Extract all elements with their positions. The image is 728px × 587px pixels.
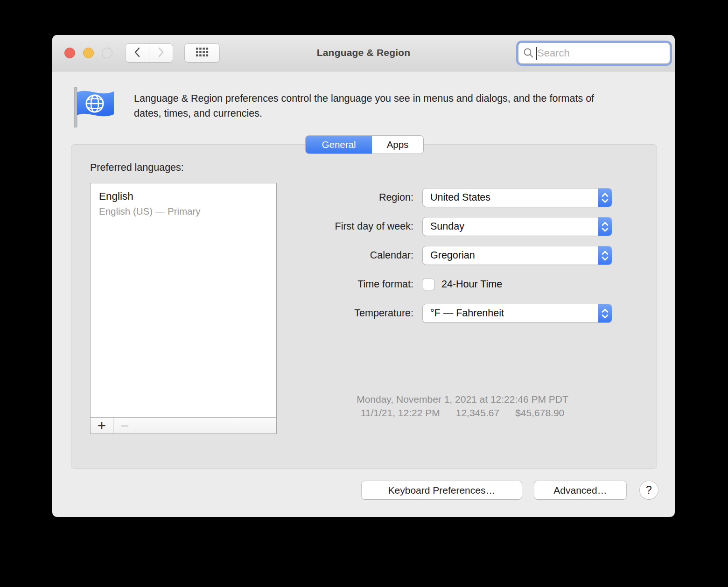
preferred-languages-list: English English (US) — Primary + − bbox=[90, 183, 277, 434]
tab-general[interactable]: General bbox=[306, 136, 372, 154]
forward-button[interactable] bbox=[149, 44, 173, 62]
preview-number: 12,345.67 bbox=[456, 406, 499, 419]
temperature-value: °F — Fahrenheit bbox=[430, 304, 504, 322]
list-toolbar: + − bbox=[91, 417, 276, 433]
tab-apps[interactable]: Apps bbox=[372, 136, 423, 154]
search-icon bbox=[523, 48, 534, 59]
region-select[interactable]: United States bbox=[423, 189, 612, 207]
preview-short-date: 11/1/21, 12:22 PM bbox=[361, 406, 440, 419]
back-button[interactable] bbox=[126, 44, 149, 62]
24-hour-time-checkbox[interactable] bbox=[423, 279, 434, 290]
language-region-flag-icon bbox=[73, 86, 116, 128]
navigation-buttons bbox=[126, 44, 173, 62]
show-all-preferences-button[interactable] bbox=[185, 44, 219, 62]
stepper-chevrons-icon bbox=[598, 189, 612, 207]
time-format-label: Time format: bbox=[267, 275, 413, 294]
forward-icon bbox=[157, 47, 165, 60]
search-placeholder: Search bbox=[537, 47, 570, 59]
first-day-select[interactable]: Sunday bbox=[423, 217, 612, 236]
keyboard-preferences-button[interactable]: Keyboard Preferences… bbox=[362, 481, 522, 499]
stepper-chevrons-icon bbox=[598, 217, 612, 236]
remove-language-button: − bbox=[113, 418, 136, 433]
calendar-label: Calendar: bbox=[267, 246, 413, 265]
language-detail: English (US) — Primary bbox=[99, 206, 268, 217]
region-label: Region: bbox=[267, 189, 413, 207]
general-panel: Preferred languages: English English (US… bbox=[71, 144, 657, 469]
preview-full-date: Monday, November 1, 2021 at 12:22:46 PM … bbox=[276, 392, 649, 406]
calendar-select[interactable]: Gregorian bbox=[423, 246, 612, 265]
stepper-chevrons-icon bbox=[598, 246, 612, 265]
language-name: English bbox=[99, 190, 268, 203]
tab-bar: General Apps bbox=[306, 136, 423, 154]
language-region-window: Language & Region bbox=[52, 35, 675, 517]
region-value: United States bbox=[430, 189, 490, 207]
grid-icon bbox=[196, 48, 209, 59]
calendar-value: Gregorian bbox=[430, 246, 475, 265]
add-language-button[interactable]: + bbox=[91, 418, 113, 433]
24-hour-time-label: 24-Hour Time bbox=[441, 275, 502, 294]
preferences-description: Language & Region preferences control th… bbox=[134, 91, 605, 121]
help-button[interactable]: ? bbox=[640, 481, 658, 499]
format-preview: Monday, November 1, 2021 at 12:22:46 PM … bbox=[276, 392, 649, 419]
temperature-select[interactable]: °F — Fahrenheit bbox=[423, 304, 612, 322]
first-day-label: First day of week: bbox=[267, 217, 413, 236]
preview-currency: $45,678.90 bbox=[515, 406, 564, 419]
first-day-value: Sunday bbox=[430, 217, 464, 236]
back-icon bbox=[133, 47, 141, 60]
title-bar: Language & Region bbox=[52, 35, 675, 71]
stepper-chevrons-icon bbox=[598, 304, 612, 322]
preferred-languages-label: Preferred languages: bbox=[90, 162, 184, 174]
list-item[interactable]: English English (US) — Primary bbox=[91, 183, 276, 217]
advanced-button[interactable]: Advanced… bbox=[534, 481, 626, 499]
text-cursor bbox=[536, 47, 537, 60]
temperature-label: Temperature: bbox=[267, 304, 413, 322]
search-input[interactable]: Search bbox=[518, 42, 670, 64]
